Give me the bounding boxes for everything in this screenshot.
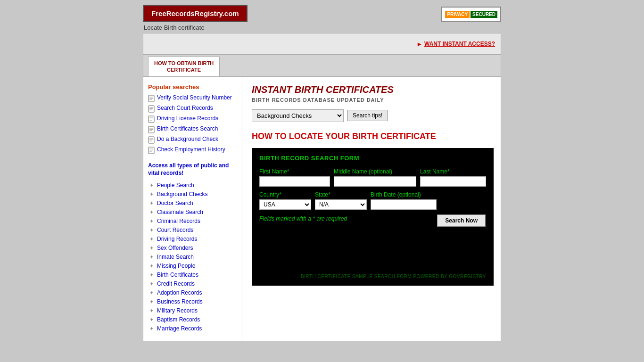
sidebar-link-court-records[interactable]: Search Court Records — [148, 105, 237, 113]
sidebar-item-business-records[interactable]: ✦ Business Records — [148, 298, 237, 305]
country-label: Country* — [259, 191, 311, 198]
sidebar-item-background-checks[interactable]: ✦ Background Checks — [148, 191, 237, 197]
sidebar-item-inmate-search[interactable]: ✦ Inmate Search — [148, 254, 237, 260]
sidebar-bullet-text: Marriage Records — [157, 325, 202, 332]
birth-date-label: Birth Date (optional) — [371, 191, 437, 198]
bullet-icon: ✦ — [148, 299, 155, 305]
birth-records-subtitle: BIRTH RECORDS DATABASE UPDATED DAILY — [252, 97, 494, 103]
site-subtitle: Locate Birth certificate — [143, 24, 248, 31]
middle-name-input[interactable] — [334, 176, 416, 187]
bullet-icon: ✦ — [148, 200, 155, 206]
sidebar-link-text: Birth Certificates Search — [157, 125, 218, 132]
bullet-icon: ✦ — [148, 191, 155, 197]
sidebar-bullet-text: Driving Records — [157, 236, 197, 242]
country-select[interactable]: USA Canada UK — [259, 199, 311, 210]
sidebar-link-birth-certs[interactable]: Birth Certificates Search — [148, 125, 237, 133]
document-icon — [148, 115, 155, 123]
form-title: BIRTH RECORD SEARCH FORM — [259, 155, 486, 162]
document-icon — [148, 126, 155, 133]
required-note: Fields marked with a * are required — [259, 215, 347, 222]
sidebar-item-adoption-records[interactable]: ✦ Adoption Records — [148, 289, 237, 296]
sidebar-bullet-text: Background Checks — [157, 191, 207, 197]
sidebar-bullet-text: Missing People — [157, 263, 195, 269]
sidebar-link-text: Do a Background Check — [157, 136, 218, 142]
sidebar-bullet-text: Court Records — [157, 227, 193, 233]
bullet-icon: ✦ — [148, 326, 155, 332]
last-name-label: Last Name* — [420, 168, 486, 175]
sidebar-item-criminal-records[interactable]: ✦ Criminal Records — [148, 218, 237, 224]
state-label: State* — [315, 191, 367, 198]
bullet-icon: ✦ — [148, 227, 155, 233]
access-all-heading: Access all types of public and vital rec… — [148, 162, 237, 178]
sidebar-item-military-records[interactable]: ✦ Military Records — [148, 307, 237, 314]
sidebar-bullet-text: Birth Certificates — [157, 272, 198, 278]
privacy-badge: PRIVACY SECURED — [441, 7, 501, 22]
sidebar-item-baptism-records[interactable]: ✦ Baptism Records — [148, 316, 237, 323]
sidebar-item-credit-records[interactable]: ✦ Credit Records — [148, 280, 237, 287]
bullet-links-list: ✦ People Search ✦ Background Checks ✦ Do… — [148, 182, 237, 332]
state-select[interactable]: N/A AL AK AZ CA FL NY TX — [315, 199, 367, 210]
search-type-select[interactable]: Background Checks People Search Criminal… — [252, 109, 344, 122]
instant-access-link[interactable]: WANT INSTANT ACCESS? — [424, 41, 495, 47]
last-name-input[interactable] — [420, 176, 486, 187]
sidebar-link-text: Verify Social Security Number — [157, 94, 232, 101]
popular-searches-heading: Popular searches — [148, 83, 237, 90]
search-tips-button[interactable]: Search tips! — [347, 110, 388, 121]
sidebar-link-background-check[interactable]: Do a Background Check — [148, 136, 237, 144]
sidebar-item-sex-offenders[interactable]: ✦ Sex Offenders — [148, 245, 237, 251]
form-footer-note: BIRTH CERTIFICATE SAMPLE SEARCH FORM POW… — [259, 274, 486, 279]
sidebar-item-driving-records[interactable]: ✦ Driving Records — [148, 236, 237, 242]
sidebar-bullet-text: Baptism Records — [157, 316, 200, 323]
sidebar-item-missing-people[interactable]: ✦ Missing People — [148, 263, 237, 269]
first-name-input[interactable] — [259, 176, 330, 187]
bullet-icon: ✦ — [148, 281, 155, 287]
sidebar-bullet-text: Credit Records — [157, 280, 195, 287]
sidebar-link-text: Search Court Records — [157, 105, 213, 111]
site-logo[interactable]: FreeRecordsRegistry.com — [143, 5, 248, 22]
sidebar-item-people-search[interactable]: ✦ People Search — [148, 182, 237, 189]
sidebar-item-court-records[interactable]: ✦ Court Records — [148, 227, 237, 233]
sidebar-link-verify-ssn[interactable]: Verify Social Security Number — [148, 94, 237, 102]
search-now-button[interactable]: Search Now — [437, 214, 486, 227]
bullet-icon: ✦ — [148, 290, 155, 296]
bullet-icon: ✦ — [148, 209, 155, 215]
sidebar-item-classmate-search[interactable]: ✦ Classmate Search — [148, 209, 237, 215]
sidebar-item-birth-certificates[interactable]: ✦ Birth Certificates — [148, 272, 237, 278]
bullet-icon: ✦ — [148, 308, 155, 314]
bullet-icon: ✦ — [148, 317, 155, 323]
sidebar-bullet-text: Military Records — [157, 307, 198, 314]
bullet-icon: ✦ — [148, 218, 155, 224]
sidebar-bullet-text: Inmate Search — [157, 254, 194, 260]
sidebar-bullet-text: Adoption Records — [157, 289, 202, 296]
bullet-icon: ✦ — [148, 236, 155, 242]
how-to-heading: HOW TO LOCATE YOUR BIRTH CERTIFICATE — [252, 132, 494, 141]
bullet-icon: ✦ — [148, 245, 155, 251]
privacy-label: PRIVACY — [445, 11, 470, 18]
sidebar-link-text: Driving License Records — [157, 115, 218, 122]
sidebar-link-employment[interactable]: Check Employment History — [148, 146, 237, 154]
sidebar-bullet-text: Business Records — [157, 298, 203, 305]
sidebar-bullet-text: Classmate Search — [157, 209, 203, 215]
bullet-icon: ✦ — [148, 182, 155, 189]
document-icon — [148, 147, 155, 154]
sidebar-bullet-text: Doctor Search — [157, 200, 193, 206]
document-icon — [148, 105, 155, 113]
instant-access-arrow: ► — [416, 41, 422, 48]
secured-label: SECURED — [471, 11, 497, 18]
bullet-icon: ✦ — [148, 263, 155, 269]
instant-birth-title: INSTANT BIRTH CERTIFICATES — [252, 84, 494, 95]
middle-name-label: Middle Name (optional) — [334, 168, 416, 175]
first-name-label: First Name* — [259, 168, 330, 175]
birth-date-input[interactable] — [371, 199, 437, 210]
sidebar-bullet-text: Sex Offenders — [157, 245, 193, 251]
bullet-icon: ✦ — [148, 272, 155, 278]
birth-record-form-box: BIRTH RECORD SEARCH FORM First Name* Mid… — [252, 148, 494, 286]
sidebar-link-text: Check Employment History — [157, 146, 225, 153]
bullet-icon: ✦ — [148, 254, 155, 260]
sidebar-item-marriage-records[interactable]: ✦ Marriage Records — [148, 325, 237, 332]
sidebar-link-driving-license[interactable]: Driving License Records — [148, 115, 237, 123]
sidebar-bullet-text: Criminal Records — [157, 218, 200, 224]
tab-how-to-obtain[interactable]: HOW TO OBTAIN BIRTH CERTIFICATE — [148, 57, 220, 76]
popular-links-list: Verify Social Security Number Search Cou… — [148, 94, 237, 154]
sidebar-item-doctor-search[interactable]: ✦ Doctor Search — [148, 200, 237, 206]
